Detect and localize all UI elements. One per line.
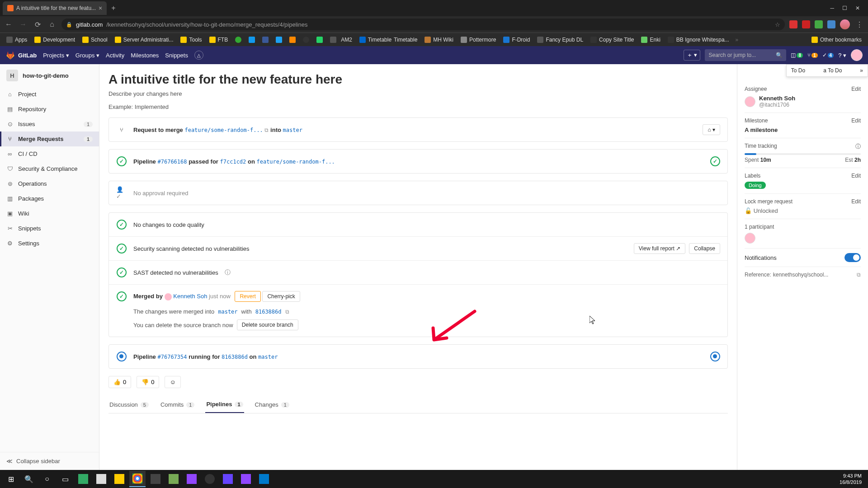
nav-milestones[interactable]: Milestones: [131, 52, 159, 59]
tab-changes[interactable]: Changes1: [254, 396, 290, 413]
bookmark[interactable]: [300, 37, 312, 43]
new-tab-button[interactable]: +: [107, 4, 120, 12]
sidebar-item-operations[interactable]: ⊚Operations: [0, 176, 99, 191]
extension-icon[interactable]: [827, 20, 835, 28]
help-icon[interactable]: ⓘ: [225, 268, 231, 277]
sidebar-project-header[interactable]: H how-to-git-demo: [0, 64, 99, 87]
bookmark[interactable]: Copy Site Title: [588, 37, 637, 43]
bookmark[interactable]: TimetableTimetable: [357, 37, 420, 43]
notifications-toggle[interactable]: [844, 253, 861, 262]
bookmark[interactable]: [273, 37, 285, 43]
bookmark[interactable]: Fancy Epub DL: [534, 37, 586, 43]
nav-snippets[interactable]: Snippets: [165, 52, 188, 59]
back-button[interactable]: ←: [4, 20, 14, 28]
sidebar-item-repository[interactable]: ▤Repository: [0, 102, 99, 117]
window-maximize-icon[interactable]: ☐: [842, 5, 847, 11]
sidebar-item-issues[interactable]: ⊙Issues1: [0, 117, 99, 131]
assignee-avatar[interactable]: [745, 96, 755, 107]
clock-time[interactable]: 9:43 PM: [840, 473, 862, 479]
search-icon[interactable]: 🔍: [21, 471, 37, 487]
pipeline-running-icon[interactable]: [710, 352, 720, 361]
sidebar-item-merge-requests[interactable]: ⑂Merge Requests1: [0, 131, 99, 146]
sidebar-item-packages[interactable]: ▥Packages: [0, 191, 99, 206]
bookmark[interactable]: MH Wiki: [422, 37, 456, 43]
help-icon[interactable]: ⓘ: [855, 143, 861, 150]
cherry-pick-button[interactable]: Cherry-pick: [262, 291, 300, 302]
add-reaction-button[interactable]: ☺: [165, 376, 180, 388]
revert-button[interactable]: Revert: [235, 291, 260, 302]
taskbar-chrome[interactable]: [129, 471, 146, 487]
bookmark-overflow[interactable]: »: [736, 37, 739, 43]
taskbar-app[interactable]: [220, 471, 236, 487]
pipeline-link[interactable]: #76766168: [157, 159, 187, 165]
view-full-report-button[interactable]: View full report ↗: [634, 243, 686, 254]
star-icon[interactable]: ☆: [775, 21, 780, 28]
bookmark[interactable]: AM2: [327, 37, 355, 43]
tab-discussion[interactable]: Discussion5: [108, 396, 150, 413]
forward-button[interactable]: →: [18, 20, 28, 28]
search-input[interactable]: Search or jump to... 🔍: [705, 49, 786, 61]
edit-labels[interactable]: Edit: [851, 173, 861, 179]
bookmark[interactable]: Pottermore: [458, 37, 499, 43]
plus-dropdown[interactable]: ＋ ▾: [684, 50, 701, 61]
bookmark[interactable]: F-Droid: [500, 37, 533, 43]
nav-activity[interactable]: Activity: [106, 52, 124, 59]
copy-icon[interactable]: ⧉: [857, 272, 861, 278]
thumbs-up-button[interactable]: 👍 0: [108, 376, 131, 388]
tab-pipelines[interactable]: Pipelines1: [205, 396, 244, 413]
edit-lock[interactable]: Edit: [851, 198, 861, 205]
task-view-icon[interactable]: ▭: [57, 471, 73, 487]
window-minimize-icon[interactable]: ─: [830, 5, 834, 11]
bookmark[interactable]: Enki: [638, 37, 663, 43]
taskbar-app[interactable]: [202, 471, 218, 487]
menu-icon[interactable]: ⋮: [854, 20, 864, 29]
bookmark[interactable]: FTB: [207, 37, 231, 43]
reload-button[interactable]: ⟳: [33, 20, 42, 29]
extension-icon[interactable]: [815, 20, 823, 28]
bookmark[interactable]: School: [80, 37, 110, 43]
nav-projects[interactable]: Projects ▾: [43, 52, 69, 59]
copy-icon[interactable]: ⧉: [264, 127, 269, 133]
bookmark[interactable]: Server Administrati...: [112, 37, 176, 43]
taskbar-app[interactable]: [238, 471, 254, 487]
sidebar-item-snippets[interactable]: ✂Snippets: [0, 221, 99, 236]
sidebar-item-ci-cd[interactable]: ∞CI / CD: [0, 146, 99, 161]
nav-groups[interactable]: Groups ▾: [75, 52, 99, 59]
delete-source-branch-button[interactable]: Delete source branch: [237, 319, 298, 330]
bookmark[interactable]: Development: [32, 37, 78, 43]
pipeline-success-icon[interactable]: ✓: [710, 156, 720, 166]
web-ide-button[interactable]: ⌂ ▾: [703, 124, 720, 135]
todo-dropdown[interactable]: To Doa To Do »: [786, 64, 868, 77]
chevron-right-icon[interactable]: »: [860, 67, 863, 74]
nav-environments-icon[interactable]: △: [194, 51, 203, 60]
copy-icon[interactable]: ⧉: [285, 309, 289, 315]
gitlab-logo[interactable]: GitLab: [5, 50, 37, 60]
collapse-button[interactable]: Collapse: [689, 243, 720, 254]
sidebar-item-security-compliance[interactable]: 🛡Security & Compliance: [0, 161, 99, 176]
window-close-icon[interactable]: ✕: [855, 5, 860, 11]
sidebar-item-settings[interactable]: ⚙Settings: [0, 236, 99, 251]
bookmark[interactable]: [314, 37, 326, 43]
bookmark[interactable]: [232, 37, 244, 43]
user-link[interactable]: Kenneth Soh: [173, 293, 207, 300]
bookmark[interactable]: Tools: [178, 37, 204, 43]
edit-assignee[interactable]: Edit: [851, 86, 861, 92]
taskbar-app[interactable]: [256, 471, 272, 487]
bookmark[interactable]: BB Ignore Whitespa...: [665, 37, 732, 43]
extension-icon[interactable]: [789, 20, 797, 28]
taskbar-app[interactable]: [165, 471, 182, 487]
extension-icon[interactable]: [802, 20, 810, 28]
bookmark-apps[interactable]: Apps: [4, 37, 30, 43]
start-button[interactable]: ⊞: [3, 471, 19, 487]
bookmark[interactable]: [287, 37, 298, 43]
pipeline-link[interactable]: #76767354: [157, 354, 187, 360]
edit-milestone[interactable]: Edit: [851, 117, 861, 124]
commit-link[interactable]: 8163886d: [222, 354, 248, 360]
bookmark[interactable]: [246, 37, 258, 43]
taskbar-app[interactable]: [147, 471, 164, 487]
taskbar-app[interactable]: [75, 471, 91, 487]
taskbar-app[interactable]: [93, 471, 109, 487]
bookmark[interactable]: [259, 37, 271, 43]
source-branch[interactable]: feature/some-random-f...: [184, 127, 263, 133]
nav-todo-count[interactable]: ✓4: [822, 52, 834, 58]
